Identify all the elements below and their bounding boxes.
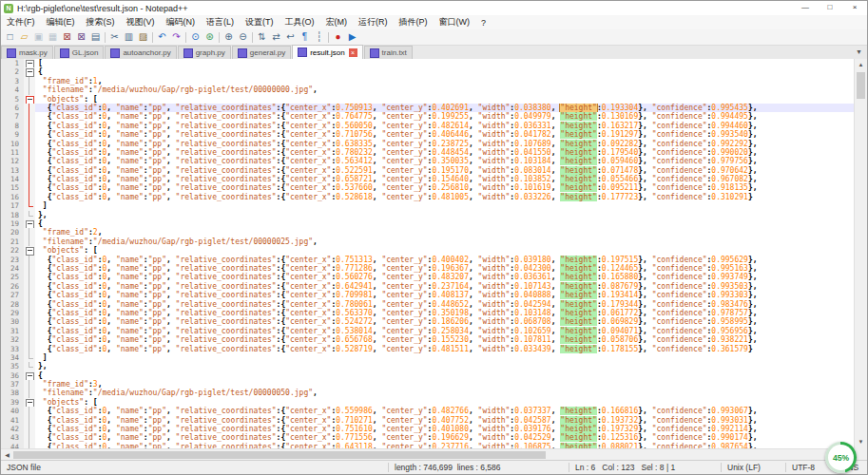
close-button[interactable]: × [842, 1, 867, 15]
paste-icon[interactable]: ▨ [136, 30, 150, 44]
code-line[interactable]: 3 "frame_id":1, [1, 77, 854, 86]
menu-item[interactable]: ? [475, 18, 492, 28]
code-line[interactable]: 20 "frame_id":2, [1, 228, 854, 237]
tab-graph.py[interactable]: graph.py [178, 46, 231, 59]
copy-icon[interactable]: ▥ [122, 30, 136, 44]
code-line[interactable]: 39 "objects": [ [1, 398, 854, 407]
code-line[interactable]: 26 {"class_id":0, "name":"pp", "relative… [1, 282, 854, 291]
code-line[interactable]: 24 {"class_id":0, "name":"pp", "relative… [1, 264, 854, 273]
tab-result.json[interactable]: result.json× [292, 45, 362, 59]
code-line[interactable]: 28 {"class_id":0, "name":"pp", "relative… [1, 300, 854, 309]
menu-item[interactable]: 宏(M) [320, 16, 354, 28]
code-line[interactable]: 7 {"class_id":0, "name":"pp", "relative_… [1, 112, 854, 121]
new-file-icon[interactable]: □ [3, 30, 17, 44]
sync-vertical-icon[interactable]: ⇅ [255, 30, 269, 44]
menu-item[interactable]: 搜索(S) [81, 16, 121, 28]
close-document-icon[interactable]: ⊠ [60, 30, 74, 44]
code-line[interactable]: 8 {"class_id":0, "name":"pp", "relative_… [1, 122, 854, 130]
fold-marker[interactable] [24, 371, 35, 380]
code-line[interactable]: 37 "frame_id":3, [1, 380, 854, 389]
show-symbols-icon[interactable]: ¶ [298, 30, 312, 44]
fold-marker[interactable] [24, 59, 35, 67]
undo-icon[interactable]: ↶ [155, 30, 169, 44]
fold-marker[interactable] [24, 398, 35, 407]
horizontal-scroll-thumb[interactable] [13, 451, 546, 459]
code-line[interactable]: 38 "filename":"/media/wuzhou/Gap/rgb-pig… [1, 389, 854, 397]
menu-item[interactable]: 设置(T) [240, 16, 280, 28]
fold-marker[interactable] [24, 95, 35, 104]
fold-marker[interactable] [24, 246, 35, 255]
open-folder-icon[interactable]: ▱ [17, 30, 31, 44]
code-line[interactable]: 5 "objects": [ [1, 95, 854, 104]
code-line[interactable]: 19{ [1, 219, 854, 228]
menu-item[interactable]: 工具(O) [280, 16, 320, 28]
replace-icon[interactable]: ⊛ [203, 30, 217, 44]
code-line[interactable]: 18}, [1, 211, 854, 219]
scroll-down-arrow-icon[interactable]: ▼ [855, 436, 867, 448]
code-line[interactable]: 23 {"class_id":0, "name":"pp", "relative… [1, 256, 854, 264]
tab-mask.py[interactable]: mask.py [1, 46, 53, 59]
code-line[interactable]: 9 {"class_id":0, "name":"pp", "relative_… [1, 130, 854, 139]
vertical-scroll-thumb[interactable] [857, 72, 865, 99]
code-line[interactable]: 22 "objects": [ [1, 246, 854, 255]
close-all-icon[interactable]: ⊠ [74, 30, 88, 44]
zoom-in-icon[interactable]: ⊕ [222, 30, 236, 44]
code-line[interactable]: 42 {"class_id":0, "name":"pp", "relative… [1, 425, 854, 433]
code-line[interactable]: 41 {"class_id":0, "name":"pp", "relative… [1, 416, 854, 425]
menu-item[interactable]: 编码(N) [161, 16, 202, 28]
code-line[interactable]: 21 "filename":"/media/wuzhou/Gap/rgb-pig… [1, 238, 854, 246]
code-line[interactable]: 31 {"class_id":0, "name":"pp", "relative… [1, 327, 854, 335]
code-line[interactable]: 15 {"class_id":0, "name":"pp", "relative… [1, 183, 854, 192]
code-line[interactable]: 16 {"class_id":0, "name":"pp", "relative… [1, 193, 854, 201]
editor-pane[interactable]: 1[2{3 "frame_id":1, 4 "filename":"/media… [1, 59, 854, 448]
code-line[interactable]: 1[ [1, 59, 854, 67]
code-line[interactable]: 35}, [1, 362, 854, 370]
code-line[interactable]: 33 {"class_id":0, "name":"pp", "relative… [1, 345, 854, 353]
tab-general.py[interactable]: general.py [232, 46, 291, 59]
code-line[interactable]: 14 {"class_id":0, "name":"pp", "relative… [1, 175, 854, 183]
code-line[interactable]: 34 ] [1, 353, 854, 362]
code-line[interactable]: 30 {"class_id":0, "name":"pp", "relative… [1, 317, 854, 326]
menu-item[interactable]: 编辑(E) [41, 16, 81, 28]
word-wrap-icon[interactable]: ↩ [283, 30, 298, 44]
tab-GL.json[interactable]: GL.json [54, 46, 105, 59]
code-line[interactable]: 43 {"class_id":0, "name":"pp", "relative… [1, 433, 854, 442]
save-icon[interactable]: ▣ [31, 30, 46, 44]
menu-item[interactable]: 视图(V) [121, 16, 161, 28]
record-macro-icon[interactable]: ● [331, 30, 345, 44]
code-line[interactable]: 2{ [1, 67, 854, 76]
print-icon[interactable]: ▤ [88, 30, 103, 44]
vertical-scrollbar[interactable]: ▲ ▼ [854, 59, 867, 448]
code-line[interactable]: 6 {"class_id":0, "name":"pp", "relative_… [1, 104, 854, 112]
code-line[interactable]: 12 {"class_id":0, "name":"pp", "relative… [1, 157, 854, 165]
maximize-button[interactable]: □ [818, 1, 842, 15]
scroll-up-arrow-icon[interactable]: ▲ [855, 59, 867, 71]
tab-train.txt[interactable]: train.txt [364, 46, 413, 59]
menu-item[interactable]: 文件(F) [1, 16, 41, 28]
code-line[interactable]: 40 {"class_id":0, "name":"pp", "relative… [1, 407, 854, 415]
save-all-icon[interactable]: ▦ [46, 30, 60, 44]
redo-icon[interactable]: ↷ [169, 30, 183, 44]
code-line[interactable]: 10 {"class_id":0, "name":"pp", "relative… [1, 140, 854, 148]
code-line[interactable]: 25 {"class_id":0, "name":"pp", "relative… [1, 273, 854, 281]
code-line[interactable]: 27 {"class_id":0, "name":"pp", "relative… [1, 291, 854, 299]
sync-horizontal-icon[interactable]: ⇄ [269, 30, 283, 44]
fold-marker[interactable] [24, 67, 35, 76]
menu-item[interactable]: 语言(L) [201, 16, 240, 28]
code-line[interactable]: 29 {"class_id":0, "name":"pp", "relative… [1, 309, 854, 317]
code-line[interactable]: 13 {"class_id":0, "name":"pp", "relative… [1, 166, 854, 175]
tab-autoanchor.py[interactable]: autoanchor.py [105, 46, 176, 59]
code-line[interactable]: 11 {"class_id":0, "name":"pp", "relative… [1, 148, 854, 157]
code-line[interactable]: 32 {"class_id":0, "name":"pp", "relative… [1, 335, 854, 344]
code-line[interactable]: 36{ [1, 371, 854, 380]
status-eol-format[interactable]: Unix (LF) [721, 463, 785, 472]
minimize-button[interactable]: — [793, 1, 818, 15]
indent-guide-icon[interactable]: ┆ [312, 30, 326, 44]
tab-list-button[interactable]: ▼ [853, 48, 865, 56]
code-line[interactable]: 4 "filename":"/media/wuzhou/Gap/rgb-pigl… [1, 86, 854, 94]
zoom-out-icon[interactable]: ⊖ [236, 30, 250, 44]
code-line[interactable]: 17 ] [1, 201, 854, 210]
cut-icon[interactable]: ✂ [107, 30, 122, 44]
tab-close-icon[interactable]: × [349, 48, 357, 57]
fold-marker[interactable] [24, 219, 35, 228]
